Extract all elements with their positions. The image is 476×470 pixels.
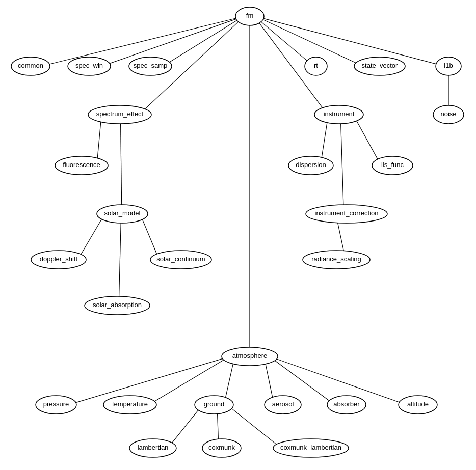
edge-spectrum_effect-fluorescence — [97, 122, 101, 158]
node-temperature: temperature — [103, 396, 156, 414]
node-noise: noise — [433, 105, 464, 124]
node-instrument: instrument — [314, 105, 363, 124]
node-spec_samp: spec_samp — [129, 57, 172, 75]
node-rt: rt — [305, 57, 327, 75]
edge-instrument-instrument_correction — [341, 124, 343, 205]
label-rt: rt — [314, 62, 318, 69]
node-ils_func: ils_func — [372, 156, 413, 175]
label-coxmunk: coxmunk — [208, 444, 235, 451]
edge-solar_model-solar_absorption — [119, 223, 121, 296]
label-noise: noise — [440, 110, 456, 118]
label-common: common — [18, 62, 43, 69]
label-state_vector: state_vector — [362, 62, 398, 69]
label-instrument: instrument — [324, 110, 355, 118]
node-state_vector: state_vector — [354, 57, 405, 75]
node-aerosol: aerosol — [265, 396, 301, 414]
node-coxmunk: coxmunk — [202, 439, 241, 457]
label-dispersion: dispersion — [296, 161, 326, 169]
edge-atmosphere-pressure — [76, 358, 223, 402]
label-spec_samp: spec_samp — [134, 62, 167, 69]
label-spec_win: spec_win — [75, 62, 103, 69]
edge-atmosphere-altitude — [277, 359, 400, 402]
label-pressure: pressure — [43, 400, 69, 408]
node-radiance_scaling: radiance_scaling — [303, 251, 370, 269]
node-spec_win: spec_win — [68, 57, 111, 75]
node-altitude: altitude — [399, 396, 437, 414]
edge-atmosphere-absorber — [275, 361, 329, 401]
label-l1b: l1b — [444, 62, 453, 69]
node-l1b: l1b — [436, 57, 461, 75]
edge-spectrum_effect-solar_model — [121, 124, 122, 205]
edge-instrument_correction-radiance_scaling — [338, 223, 344, 251]
node-pressure: pressure — [36, 396, 76, 414]
edge-instrument-dispersion — [322, 123, 327, 157]
label-ils_func: ils_func — [381, 161, 404, 169]
label-doppler_shift: doppler_shift — [40, 255, 78, 263]
edge-fm-state_vector — [263, 19, 356, 63]
node-instrument_correction: instrument_correction — [306, 205, 387, 223]
edge-ground-coxmunk — [218, 414, 219, 439]
label-fluorescence: fluorescence — [63, 161, 100, 169]
label-solar_model: solar_model — [104, 209, 141, 217]
edge-atmosphere-ground — [226, 364, 233, 397]
node-fluorescence: fluorescence — [55, 156, 108, 175]
edge-ground-coxmunk_lambertian — [232, 408, 277, 444]
node-solar_model: solar_model — [97, 205, 148, 223]
label-temperature: temperature — [112, 400, 148, 408]
node-doppler_shift: doppler_shift — [31, 251, 86, 269]
edge-solar_model-doppler_shift — [81, 219, 102, 255]
label-ground: ground — [204, 400, 224, 408]
node-fm: fm — [235, 7, 264, 25]
edge-atmosphere-temperature — [154, 360, 224, 402]
node-absorber: absorber — [327, 396, 366, 414]
edge-instrument-ils_func — [357, 121, 378, 159]
node-lambertian: lambertian — [129, 439, 176, 457]
edge-ground-lambertian — [172, 410, 198, 443]
node-atmosphere: atmosphere — [222, 347, 278, 366]
edge-fm-l1b — [263, 18, 436, 64]
edge-solar_model-solar_continuum — [142, 219, 156, 254]
node-solar_continuum: solar_continuum — [150, 251, 211, 269]
edge-atmosphere-aerosol — [266, 364, 273, 397]
label-solar_continuum: solar_continuum — [156, 255, 205, 263]
edge-fm-rt — [261, 22, 307, 61]
node-coxmunk_lambertian: coxmunk_lambertian — [273, 439, 349, 457]
node-dispersion: dispersion — [288, 156, 333, 175]
label-absorber: absorber — [333, 400, 360, 408]
edge-fm-spec_samp — [170, 20, 237, 62]
node-solar_absorption: solar_absorption — [85, 296, 150, 315]
graph-diagram: fmcommonspec_winspec_samprtstate_vectorl… — [0, 0, 476, 470]
label-lambertian: lambertian — [138, 444, 169, 451]
label-coxmunk_lambertian: coxmunk_lambertian — [280, 444, 341, 451]
label-radiance_scaling: radiance_scaling — [311, 255, 361, 263]
label-instrument_correction: instrument_correction — [315, 209, 379, 217]
node-common: common — [11, 57, 50, 75]
label-spectrum_effect: spectrum_effect — [96, 110, 144, 118]
label-aerosol: aerosol — [272, 400, 294, 408]
label-altitude: altitude — [407, 400, 429, 408]
label-atmosphere: atmosphere — [232, 352, 268, 360]
label-fm: fm — [246, 12, 253, 19]
label-solar_absorption: solar_absorption — [93, 301, 142, 309]
node-spectrum_effect: spectrum_effect — [88, 105, 151, 124]
node-ground: ground — [195, 396, 233, 414]
